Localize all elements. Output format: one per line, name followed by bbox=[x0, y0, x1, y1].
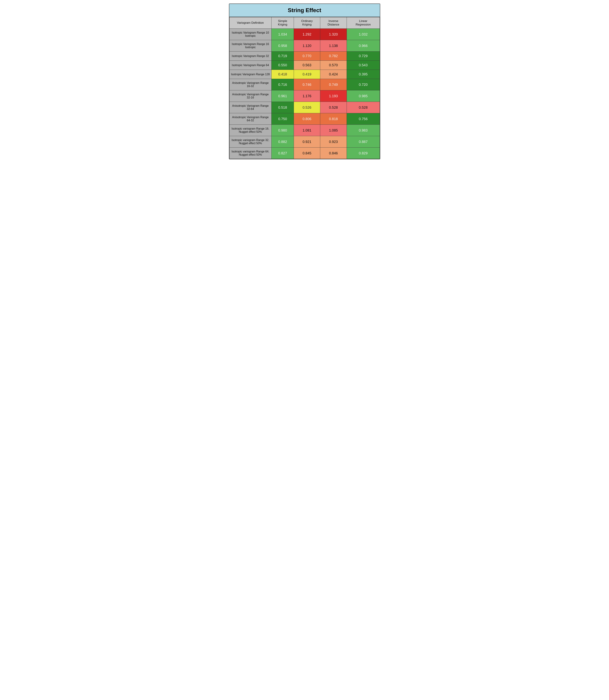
cell-row0-col4: 1.032 bbox=[347, 29, 380, 40]
cell-row9-col2: 1.081 bbox=[294, 125, 320, 136]
row-label: Anisotropic Variogram Range 64-32 bbox=[229, 113, 271, 125]
cell-row10-col2: 0.921 bbox=[294, 136, 320, 147]
cell-row2-col1: 0.719 bbox=[271, 52, 294, 61]
col-header-4: Linear Regression bbox=[347, 17, 380, 29]
cell-row3-col3: 0.570 bbox=[320, 61, 347, 70]
cell-row5-col3: 0.749 bbox=[320, 79, 347, 90]
col-header-2: Ordinary Kriging bbox=[294, 17, 320, 29]
cell-row0-col3: 1.320 bbox=[320, 29, 347, 40]
cell-row9-col4: 0.983 bbox=[347, 125, 380, 136]
cell-row11-col2: 0.845 bbox=[294, 147, 320, 159]
cell-row0-col2: 1.292 bbox=[294, 29, 320, 40]
table-row: Isotropic variogram Range 16. Nugget eff… bbox=[229, 125, 380, 136]
cell-row10-col3: 0.923 bbox=[320, 136, 347, 147]
cell-row2-col3: 0.782 bbox=[320, 52, 347, 61]
cell-row9-col3: 1.085 bbox=[320, 125, 347, 136]
cell-row7-col3: 0.528 bbox=[320, 102, 347, 113]
cell-row2-col4: 0.729 bbox=[347, 52, 380, 61]
cell-row0-col1: 1.034 bbox=[271, 29, 294, 40]
table-row: Isotropic Variogram Range 10 Isotropic1.… bbox=[229, 29, 380, 40]
table-row: Isotropic Variogram Range 320.7190.7700.… bbox=[229, 52, 380, 61]
table-row: Isotropic variogram Range 64. Nugget eff… bbox=[229, 147, 380, 159]
cell-row8-col4: 0.756 bbox=[347, 113, 380, 125]
row-label: Anisotropic Variogram Range 16-32 bbox=[229, 79, 271, 90]
row-label: Isotropic Variogram Range 16 Isotropic bbox=[229, 40, 271, 52]
cell-row11-col1: 0.827 bbox=[271, 147, 294, 159]
cell-row1-col2: 1.120 bbox=[294, 40, 320, 52]
cell-row2-col2: 0.770 bbox=[294, 52, 320, 61]
cell-row8-col2: 0.806 bbox=[294, 113, 320, 125]
col-header-0: Variogram Definition bbox=[229, 17, 271, 29]
row-label: Isotropic Variogram Range 32 bbox=[229, 52, 271, 61]
table-row: Isotropic Variogram Range 16 Isotropic0.… bbox=[229, 40, 380, 52]
cell-row1-col4: 0.966 bbox=[347, 40, 380, 52]
cell-row6-col1: 0.961 bbox=[271, 90, 294, 102]
cell-row7-col4: 0.528 bbox=[347, 102, 380, 113]
cell-row1-col1: 0.958 bbox=[271, 40, 294, 52]
data-table: Variogram Definition Simple Kriging Ordi… bbox=[229, 17, 380, 159]
main-table-wrapper: String Effect Variogram Definition Simpl… bbox=[229, 3, 380, 159]
cell-row11-col4: 0.829 bbox=[347, 147, 380, 159]
cell-row5-col2: 0.746 bbox=[294, 79, 320, 90]
table-row: Anisotropic Variogram Range 32-160.9611.… bbox=[229, 90, 380, 102]
table-row: Anisotropic Variogram Range 32-640.5180.… bbox=[229, 102, 380, 113]
cell-row11-col3: 0.846 bbox=[320, 147, 347, 159]
table-title: String Effect bbox=[229, 4, 380, 17]
cell-row3-col4: 0.543 bbox=[347, 61, 380, 70]
row-label: Isotropic variogram Range 64. Nugget eff… bbox=[229, 147, 271, 159]
cell-row9-col1: 0.980 bbox=[271, 125, 294, 136]
row-label: Isotropic variogram Range 32. Nugget eff… bbox=[229, 136, 271, 147]
cell-row6-col2: 1.176 bbox=[294, 90, 320, 102]
cell-row5-col1: 0.716 bbox=[271, 79, 294, 90]
cell-row6-col4: 0.985 bbox=[347, 90, 380, 102]
cell-row6-col3: 1.193 bbox=[320, 90, 347, 102]
header-row: Variogram Definition Simple Kriging Ordi… bbox=[229, 17, 380, 29]
cell-row1-col3: 1.138 bbox=[320, 40, 347, 52]
cell-row4-col1: 0.418 bbox=[271, 70, 294, 79]
cell-row10-col1: 0.882 bbox=[271, 136, 294, 147]
col-header-1: Simple Kriging bbox=[271, 17, 294, 29]
row-label: Isotropic Variogram Range 10 Isotropic bbox=[229, 29, 271, 40]
table-row: Isotropic Variogram Range 1280.4180.4190… bbox=[229, 70, 380, 79]
cell-row8-col3: 0.818 bbox=[320, 113, 347, 125]
cell-row10-col4: 0.887 bbox=[347, 136, 380, 147]
row-label: Isotropic variogram Range 16. Nugget eff… bbox=[229, 125, 271, 136]
row-label: Isotropic Variogram Range 64 bbox=[229, 61, 271, 70]
row-label: Anisotropic Variogram Range 32-64 bbox=[229, 102, 271, 113]
cell-row7-col2: 0.526 bbox=[294, 102, 320, 113]
table-row: Isotropic Variogram Range 640.5500.5630.… bbox=[229, 61, 380, 70]
col-header-3: Inverse Distance bbox=[320, 17, 347, 29]
cell-row3-col1: 0.550 bbox=[271, 61, 294, 70]
row-label: Isotropic Variogram Range 128 bbox=[229, 70, 271, 79]
cell-row4-col4: 0.395 bbox=[347, 70, 380, 79]
row-label: Anisotropic Variogram Range 32-16 bbox=[229, 90, 271, 102]
table-row: Isotropic variogram Range 32. Nugget eff… bbox=[229, 136, 380, 147]
cell-row3-col2: 0.563 bbox=[294, 61, 320, 70]
cell-row8-col1: 0.750 bbox=[271, 113, 294, 125]
table-row: Anisotropic Variogram Range 16-320.7160.… bbox=[229, 79, 380, 90]
cell-row4-col3: 0.424 bbox=[320, 70, 347, 79]
cell-row7-col1: 0.518 bbox=[271, 102, 294, 113]
cell-row5-col4: 0.720 bbox=[347, 79, 380, 90]
table-row: Anisotropic Variogram Range 64-320.7500.… bbox=[229, 113, 380, 125]
cell-row4-col2: 0.419 bbox=[294, 70, 320, 79]
